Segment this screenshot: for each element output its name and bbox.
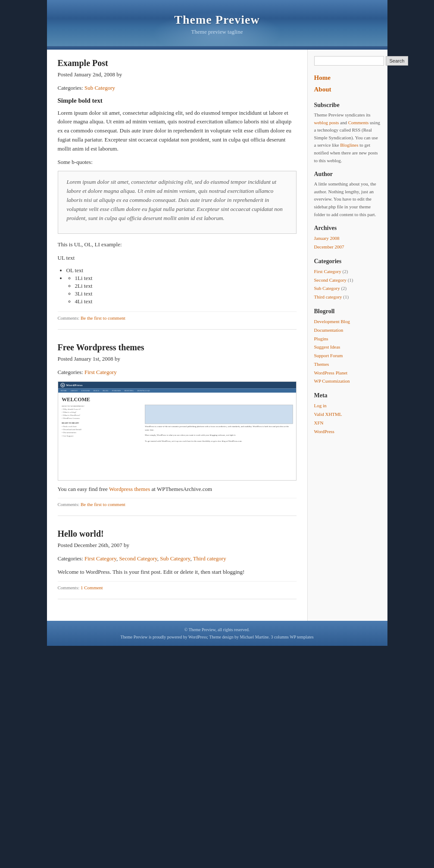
category-count: (2) bbox=[343, 269, 348, 274]
main-content: Example Post Posted January 2nd, 2008 by… bbox=[47, 50, 308, 621]
category-link[interactable]: Second Category bbox=[314, 277, 347, 283]
post-title: Example Post bbox=[58, 58, 297, 68]
comments-line: Comments: Be the first to comment bbox=[58, 311, 297, 321]
list-item: Support Forum bbox=[314, 352, 381, 360]
subscribe-title: Subscribe bbox=[314, 102, 381, 109]
list-item: Suggest Ideas bbox=[314, 343, 381, 352]
subscribe-text: Theme Preview syndicates its weblog post… bbox=[314, 111, 381, 164]
blockquote: Lorem ipsum dolor sit amet, consectetur … bbox=[58, 171, 297, 234]
comments-line: Comments: 1 Comment bbox=[58, 581, 297, 590]
nav-bar bbox=[47, 46, 387, 50]
ul-text: UL text bbox=[58, 254, 297, 263]
nav-link-about[interactable]: About bbox=[314, 84, 381, 95]
categories-list: First Category (2) Second Category (1) S… bbox=[314, 267, 381, 302]
meta-link[interactable]: WordPress bbox=[314, 429, 334, 434]
list-item: WordPress bbox=[314, 428, 381, 436]
list-item: Valid XHTML bbox=[314, 410, 381, 419]
bloglines-link[interactable]: Bloglines bbox=[340, 142, 358, 148]
list-item: Plugins bbox=[314, 335, 381, 343]
comments-link[interactable]: 1 Comment bbox=[81, 585, 103, 590]
sidebar-search: Search bbox=[314, 56, 381, 66]
weblog-posts-link[interactable]: weblog posts bbox=[314, 120, 339, 125]
bquotes-label: Some b-quotes: bbox=[58, 158, 297, 167]
post-hello-world: Hello world! Posted December 26th, 2007 … bbox=[58, 529, 297, 599]
blogroll-link[interactable]: Suggest Ideas bbox=[314, 344, 340, 349]
blogroll-title: Blogroll bbox=[314, 308, 381, 315]
wordpress-themes-link[interactable]: Wordpress themes bbox=[109, 486, 150, 492]
free-themes-body: You can easy find free Wordpress themes … bbox=[58, 485, 297, 494]
sidebar-blogroll: Blogroll Development Blog Documentation … bbox=[314, 308, 381, 386]
list-item: 1Li text bbox=[75, 275, 297, 282]
search-input[interactable] bbox=[314, 56, 384, 66]
blogroll-link[interactable]: Support Forum bbox=[314, 353, 343, 358]
site-title: Theme Preview bbox=[47, 13, 387, 27]
archive-link[interactable]: January 2008 bbox=[314, 236, 340, 241]
footer-line1: © Theme Preview, all rights reserved. bbox=[47, 626, 387, 633]
comments-link-sidebar[interactable]: Comments bbox=[348, 120, 369, 125]
category-link-sub[interactable]: Sub Category bbox=[160, 555, 190, 562]
blogroll-link[interactable]: WordPress Planet bbox=[314, 370, 348, 375]
meta-title: Meta bbox=[314, 392, 381, 399]
ul-list: OL text 1Li text 2Li text 3Li text 4Li t… bbox=[66, 267, 297, 305]
author-text: A little something about you, the author… bbox=[314, 180, 381, 218]
list-item: 3Li text bbox=[75, 290, 297, 297]
sidebar-categories: Categories First Category (2) Second Cat… bbox=[314, 258, 381, 302]
category-count: (1) bbox=[348, 277, 353, 283]
ul-example-label: This is UL, OL, LI example: bbox=[58, 240, 297, 249]
archive-link[interactable]: December 2007 bbox=[314, 244, 344, 249]
list-item: Themes bbox=[314, 360, 381, 369]
list-item: 4Li text bbox=[75, 298, 297, 305]
category-count: (2) bbox=[341, 286, 347, 291]
post-meta: Posted January 1st, 2008 by bbox=[58, 355, 297, 364]
search-button[interactable]: Search bbox=[386, 56, 409, 66]
comments-link[interactable]: Be the first to comment bbox=[81, 315, 125, 321]
blogroll-link[interactable]: WP Customization bbox=[314, 378, 350, 384]
blogroll-link[interactable]: Themes bbox=[314, 362, 329, 367]
list-item: 2Li text bbox=[75, 283, 297, 289]
category-link-second[interactable]: Second Category bbox=[119, 555, 157, 562]
sidebar-subscribe: Subscribe Theme Preview syndicates its w… bbox=[314, 102, 381, 164]
post-subheading: Simple bold text bbox=[58, 97, 297, 104]
list-item: WordPress Planet bbox=[314, 369, 381, 377]
blogroll-link[interactable]: Documentation bbox=[314, 327, 343, 333]
blockquote-text: Lorem ipsum dolor sit amet, consectetur … bbox=[67, 178, 287, 223]
nested-list: 1Li text 2Li text 3Li text 4Li text bbox=[75, 275, 297, 305]
category-count: (1) bbox=[343, 294, 349, 299]
comments-link[interactable]: Be the first to comment bbox=[81, 502, 125, 507]
list-item: Third category (1) bbox=[314, 293, 381, 302]
category-link-first[interactable]: First Category bbox=[84, 369, 117, 375]
category-link[interactable]: Sub Category bbox=[314, 286, 340, 291]
post-body-text: Welcome to WordPress. This is your first… bbox=[58, 568, 297, 577]
author-title: Author bbox=[314, 171, 381, 178]
category-link[interactable]: First Category bbox=[314, 269, 341, 274]
meta-list: Log in Valid XHTML XFN WordPress bbox=[314, 402, 381, 436]
list-item: WP Customization bbox=[314, 377, 381, 386]
blogroll-link[interactable]: Development Blog bbox=[314, 319, 350, 324]
nav-link-home[interactable]: Home bbox=[314, 72, 381, 84]
list-item: Development Blog bbox=[314, 318, 381, 326]
wordpress-screenshot: W WordPress HOMEABOUTEXTENDDOCSBLOGFORUM… bbox=[58, 381, 297, 481]
list-item: January 2008 bbox=[314, 234, 381, 243]
archives-title: Archives bbox=[314, 225, 381, 232]
category-link-first[interactable]: First Category bbox=[84, 555, 116, 562]
sidebar-author: Author A little something about you, the… bbox=[314, 171, 381, 218]
blogroll-link[interactable]: Plugins bbox=[314, 336, 328, 341]
category-link-sub[interactable]: Sub Category bbox=[84, 85, 115, 91]
post-categories: Categories: First Category, Second Categ… bbox=[58, 554, 297, 563]
meta-link[interactable]: Log in bbox=[314, 403, 327, 408]
list-item: XFN bbox=[314, 419, 381, 428]
meta-link[interactable]: Valid XHTML bbox=[314, 412, 342, 417]
list-item: December 2007 bbox=[314, 243, 381, 252]
site-footer: © Theme Preview, all rights reserved. Th… bbox=[47, 621, 387, 646]
post-title: Free Wordpress themes bbox=[58, 343, 297, 352]
footer-line2: Theme Preview is proudly powered by Word… bbox=[47, 633, 387, 641]
meta-link[interactable]: XFN bbox=[314, 420, 324, 425]
site-header: Theme Preview Theme preview tagline bbox=[47, 0, 387, 46]
sidebar: Search Home About Subscribe Theme Previe… bbox=[308, 50, 387, 621]
category-link-third[interactable]: Third category bbox=[193, 555, 226, 562]
category-link[interactable]: Third category bbox=[314, 294, 342, 299]
site-tagline: Theme preview tagline bbox=[47, 28, 387, 35]
categories-title: Categories bbox=[314, 258, 381, 265]
sidebar-archives: Archives January 2008 December 2007 bbox=[314, 225, 381, 252]
list-item: Log in bbox=[314, 402, 381, 410]
